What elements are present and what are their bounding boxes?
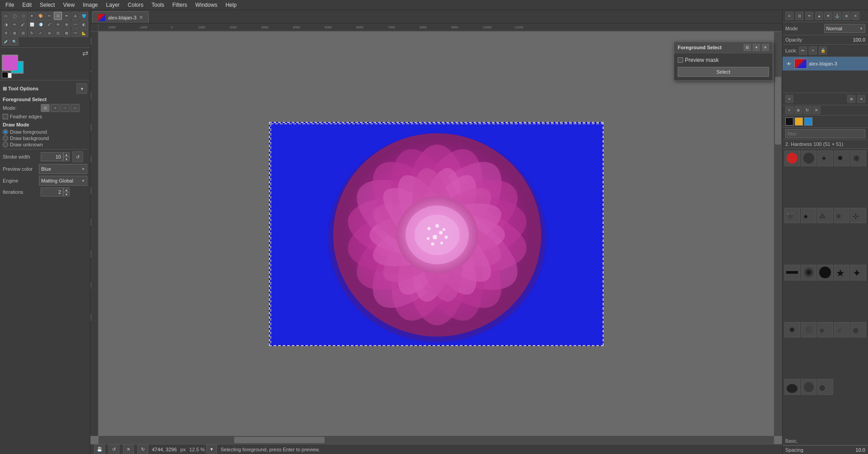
menu-colors[interactable]: Colors [124, 1, 147, 9]
layers-anchor-btn[interactable]: ⚓ [833, 12, 841, 20]
menu-help[interactable]: Help [222, 1, 241, 9]
tool-crop[interactable]: ⊟ [19, 29, 27, 37]
stroke-width-up[interactable]: ▲ [63, 152, 70, 157]
tool-select-by-color[interactable]: 🎨 [37, 12, 45, 20]
redo-btn[interactable]: ↻ [137, 444, 148, 454]
tool-blend[interactable]: ◑ [2, 20, 10, 28]
lock-pixels-btn[interactable]: ✏ [799, 47, 807, 55]
discard-btn[interactable]: ✕ [123, 444, 134, 454]
vertical-scroll-thumb[interactable] [775, 77, 781, 145]
brush-item-star2[interactable]: ✦ [850, 265, 866, 281]
paths-icon[interactable]: ✒ [805, 12, 813, 20]
tool-text[interactable]: A [71, 12, 80, 20]
mode-dropdown[interactable]: Normal ▼ [824, 24, 866, 33]
layers-duplicate-btn[interactable]: ⊕ [842, 12, 850, 20]
draw-unknown-radio[interactable] [3, 142, 8, 147]
canvas-tab-main[interactable]: alex-blajan-3 ✕ [92, 11, 149, 23]
tool-alignment[interactable]: ⊞ [10, 29, 19, 37]
vertical-scrollbar[interactable] [774, 32, 782, 436]
brush-item-star[interactable]: ★ [834, 265, 850, 281]
tool-scissors[interactable]: ✂ [45, 12, 53, 20]
menu-view[interactable]: View [59, 1, 78, 9]
brush-item-splat1[interactable]: ✦ [817, 150, 833, 166]
tool-shear[interactable]: ⊘ [45, 29, 53, 37]
dialog-close-btn[interactable]: ✕ [762, 44, 769, 51]
brush-item-ink3[interactable]: ⁂ [817, 208, 833, 224]
tool-warp[interactable]: 〜 [71, 29, 80, 37]
brush-item-ink1[interactable]: 🖤 [784, 208, 800, 224]
brush-swatch-orange[interactable] [795, 117, 803, 126]
brush-item-texture1[interactable]: ⁜ [817, 322, 833, 338]
stroke-width-input[interactable]: ▲ ▼ [41, 152, 70, 161]
menu-layer[interactable]: Layer [103, 1, 123, 9]
horizontal-scrollbar[interactable] [99, 436, 774, 444]
mode-add[interactable]: + [51, 104, 60, 112]
tool-options-collapse[interactable]: ▾ [76, 83, 87, 94]
canvas-viewport[interactable] [99, 32, 774, 436]
brushes-action-btn[interactable]: ⊞ [847, 95, 855, 103]
brush-item-dot1[interactable] [784, 322, 800, 338]
canvas-image[interactable] [269, 122, 604, 346]
tool-move[interactable]: ✛ [2, 29, 10, 37]
mode-replace[interactable]: ⊡ [41, 104, 50, 112]
tool-ellipse-select[interactable]: ◯ [10, 12, 19, 20]
draw-foreground-radio[interactable] [3, 129, 8, 135]
stroke-width-field[interactable] [41, 152, 63, 161]
brushes-collapse-btn[interactable]: ≡ [785, 95, 793, 103]
menu-file[interactable]: File [2, 1, 18, 9]
iterations-field[interactable] [41, 187, 63, 197]
stroke-width-reset[interactable]: ↺ [72, 151, 83, 162]
brush-item-red[interactable] [784, 150, 800, 166]
brush-new-btn[interactable]: + [785, 106, 793, 114]
menu-tools[interactable]: Tools [148, 1, 168, 9]
brush-item-splat3[interactable]: ❋ [850, 150, 866, 166]
preview-color-dropdown[interactable]: Blue ▼ [39, 164, 87, 174]
tool-smudge[interactable]: 〰 [71, 20, 80, 28]
tool-paintbrush[interactable]: 🖌 [19, 20, 27, 28]
menu-edit[interactable]: Edit [19, 1, 35, 9]
tool-paths[interactable]: ✒ [62, 12, 71, 20]
tool-ink[interactable]: 🖊 [45, 20, 53, 28]
menu-filters[interactable]: Filters [169, 1, 191, 9]
brush-swatch-blue[interactable] [804, 117, 812, 126]
brush-item-line1[interactable] [784, 265, 800, 281]
brush-filter-input[interactable] [785, 129, 865, 138]
iterations-spinner[interactable]: ▲ ▼ [63, 187, 70, 197]
stroke-width-down[interactable]: ▼ [63, 157, 70, 161]
dialog-configure-btn[interactable]: ▾ [753, 44, 760, 51]
tool-airbrush[interactable]: 💨 [37, 20, 45, 28]
tool-fuzzy-select[interactable]: ✦ [28, 12, 36, 20]
brush-item-splat2[interactable]: ⁕ [834, 150, 850, 166]
brush-item-circle-hard[interactable] [817, 265, 833, 281]
zoom-dropdown-btn[interactable]: ▼ [206, 444, 217, 454]
iterations-input[interactable]: ▲ ▼ [41, 187, 70, 197]
tool-paint-bucket[interactable]: 🪣 [80, 12, 88, 20]
iterations-up[interactable]: ▲ [63, 187, 70, 192]
brush-refresh-btn[interactable]: ↻ [803, 106, 811, 114]
feather-edges-checkbox[interactable] [3, 114, 8, 119]
lock-position-btn[interactable]: + [809, 47, 817, 55]
layers-down-btn[interactable]: ▼ [824, 12, 832, 20]
tool-rotate[interactable]: ↻ [28, 29, 36, 37]
brush-item-blob3[interactable]: ⊚ [817, 379, 833, 395]
mode-subtract[interactable]: − [61, 104, 70, 112]
tool-transform[interactable]: ⊠ [62, 29, 71, 37]
brush-item-blob1[interactable] [784, 379, 800, 395]
tool-pencil[interactable]: ✏ [10, 20, 19, 28]
tool-dodge-burn[interactable]: ◐ [80, 20, 88, 28]
horizontal-scroll-thumb[interactable] [234, 437, 325, 443]
brush-swatch-black[interactable] [785, 117, 793, 126]
tool-heal[interactable]: ✛ [54, 20, 62, 28]
brush-duplicate-btn[interactable]: ⊕ [794, 106, 802, 114]
tool-rect-select[interactable]: ▭ [2, 12, 10, 20]
layer-eye-icon[interactable]: 👁 [785, 60, 793, 67]
menu-select[interactable]: Select [36, 1, 58, 9]
iterations-down[interactable]: ▼ [63, 192, 70, 197]
menu-image[interactable]: Image [79, 1, 101, 9]
brush-item-texture2[interactable]: ꩜ [834, 322, 850, 338]
tool-measure[interactable]: 📐 [80, 29, 88, 37]
tool-clone[interactable]: ⊕ [62, 20, 71, 28]
preview-mask-checkbox[interactable] [678, 57, 683, 63]
brush-item-circle-soft[interactable] [801, 265, 817, 281]
tool-perspective[interactable]: ⊡ [54, 29, 62, 37]
